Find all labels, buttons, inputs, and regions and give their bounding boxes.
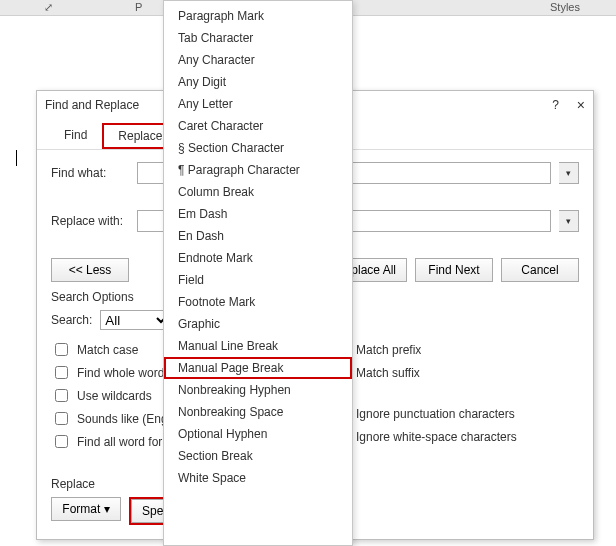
- special-menu-item[interactable]: Caret Character: [164, 115, 352, 137]
- special-menu-item[interactable]: Any Digit: [164, 71, 352, 93]
- match-suffix-label: Match suffix: [356, 366, 420, 380]
- special-menu-item[interactable]: Graphic: [164, 313, 352, 335]
- close-button[interactable]: ×: [577, 97, 585, 113]
- special-menu-item[interactable]: Nonbreaking Hyphen: [164, 379, 352, 401]
- ignore-punct-label: Ignore punctuation characters: [356, 407, 515, 421]
- match-suffix-check[interactable]: Match suffix: [330, 363, 579, 382]
- tab-find-label: Find: [64, 128, 87, 142]
- find-what-history-dropdown[interactable]: ▾: [559, 162, 579, 184]
- help-button[interactable]: ?: [552, 98, 559, 112]
- special-menu-item[interactable]: ¶ Paragraph Character: [164, 159, 352, 181]
- special-menu-item[interactable]: Field: [164, 269, 352, 291]
- dialog-title-text: Find and Replace: [45, 98, 139, 112]
- special-menu-item[interactable]: Paragraph Mark: [164, 5, 352, 27]
- ribbon-paragraph-label: P: [135, 1, 142, 13]
- ignore-whitespace-check[interactable]: Ignore white-space characters: [330, 427, 579, 446]
- format-button[interactable]: Format ▾: [51, 497, 121, 521]
- match-prefix-check[interactable]: Match prefix: [330, 340, 579, 359]
- special-menu-item[interactable]: Any Character: [164, 49, 352, 71]
- find-what-label: Find what:: [51, 166, 129, 180]
- ignore-whitespace-label: Ignore white-space characters: [356, 430, 517, 444]
- less-button[interactable]: << Less: [51, 258, 129, 282]
- search-scope-select[interactable]: All: [100, 310, 170, 330]
- tab-replace-label: Replace: [118, 129, 162, 143]
- special-menu-item[interactable]: Manual Page Break: [164, 357, 352, 379]
- special-menu-item[interactable]: § Section Character: [164, 137, 352, 159]
- special-menu-item[interactable]: Manual Line Break: [164, 335, 352, 357]
- match-case-label: Match case: [77, 343, 138, 357]
- find-next-button[interactable]: Find Next: [415, 258, 493, 282]
- match-prefix-label: Match prefix: [356, 343, 421, 357]
- special-menu-item[interactable]: Optional Hyphen: [164, 423, 352, 445]
- search-scope-label: Search:: [51, 313, 92, 327]
- special-dropdown-menu: Paragraph MarkTab CharacterAny Character…: [163, 0, 353, 546]
- ignore-punct-check[interactable]: Ignore punctuation characters: [330, 404, 579, 423]
- ribbon-styles-label: Styles: [550, 1, 580, 13]
- special-menu-item[interactable]: Tab Character: [164, 27, 352, 49]
- tab-find[interactable]: Find: [49, 123, 102, 149]
- special-menu-item[interactable]: Footnote Mark: [164, 291, 352, 313]
- special-menu-item[interactable]: Endnote Mark: [164, 247, 352, 269]
- wildcards-label: Use wildcards: [77, 389, 152, 403]
- special-menu-item[interactable]: Section Break: [164, 445, 352, 467]
- options-right-col: Match prefix Match suffix Ignore punctua…: [330, 336, 579, 455]
- special-menu-item[interactable]: En Dash: [164, 225, 352, 247]
- replace-with-history-dropdown[interactable]: ▾: [559, 210, 579, 232]
- cancel-button[interactable]: Cancel: [501, 258, 579, 282]
- special-menu-item[interactable]: Em Dash: [164, 203, 352, 225]
- dialog-launcher-icon[interactable]: ⤢: [44, 1, 53, 14]
- special-menu-item[interactable]: Any Letter: [164, 93, 352, 115]
- replace-with-label: Replace with:: [51, 214, 129, 228]
- chevron-down-icon: ▾: [566, 216, 571, 226]
- text-cursor: [16, 150, 17, 166]
- special-menu-item[interactable]: Nonbreaking Space: [164, 401, 352, 423]
- chevron-down-icon: ▾: [566, 168, 571, 178]
- special-menu-item[interactable]: White Space: [164, 467, 352, 489]
- special-menu-item[interactable]: Column Break: [164, 181, 352, 203]
